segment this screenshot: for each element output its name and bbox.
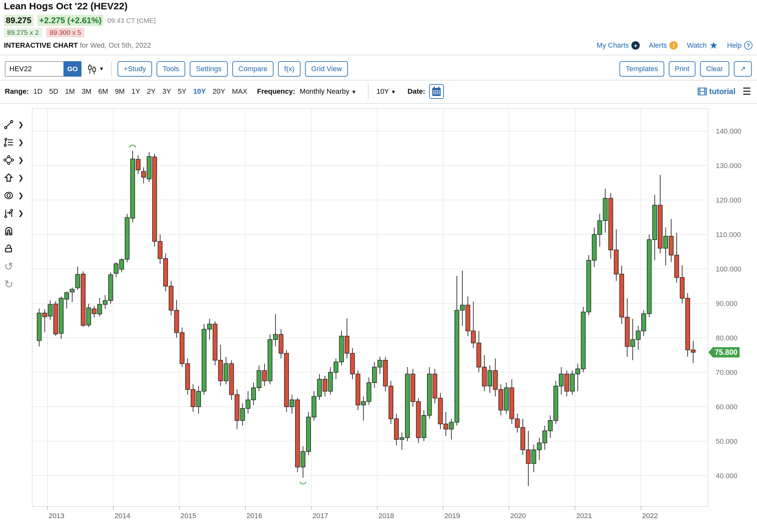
arrow-tool[interactable]: ❯: [3, 169, 24, 187]
candle[interactable]: [98, 304, 102, 314]
candle[interactable]: [273, 334, 278, 340]
candle[interactable]: [669, 236, 673, 255]
candle[interactable]: [592, 234, 596, 260]
candle[interactable]: [510, 388, 514, 419]
candle[interactable]: [317, 379, 321, 397]
candle[interactable]: [559, 374, 563, 386]
annotation-tools[interactable]: ❯: [3, 133, 24, 151]
unlock-tool[interactable]: [3, 240, 24, 257]
candle[interactable]: [625, 317, 629, 346]
candle[interactable]: [565, 374, 569, 391]
range-1d[interactable]: 1D: [34, 87, 43, 96]
candle[interactable]: [262, 371, 267, 381]
candle[interactable]: [246, 400, 250, 409]
candle[interactable]: [252, 388, 256, 399]
candle[interactable]: [103, 301, 107, 304]
candle[interactable]: [521, 427, 525, 450]
toolbar-button--[interactable]: ↗: [734, 61, 752, 77]
candle[interactable]: [285, 353, 288, 407]
candle[interactable]: [554, 386, 558, 421]
candle[interactable]: [642, 314, 646, 331]
tutorial-link[interactable]: tutorial: [698, 87, 736, 96]
undo[interactable]: ↺: [3, 257, 24, 275]
candle[interactable]: [570, 374, 574, 391]
range-5y[interactable]: 5Y: [178, 87, 187, 96]
candle[interactable]: [422, 415, 426, 438]
candle[interactable]: [532, 450, 536, 464]
candle[interactable]: [301, 452, 305, 467]
candle[interactable]: [197, 391, 201, 407]
candle[interactable]: [367, 383, 371, 401]
candle[interactable]: [647, 240, 651, 314]
candle[interactable]: [427, 374, 431, 415]
candle[interactable]: [372, 367, 377, 383]
candle[interactable]: [603, 198, 607, 221]
candle[interactable]: [290, 400, 294, 407]
toolbar-button-templates[interactable]: Templates: [620, 61, 664, 77]
candle[interactable]: [147, 157, 151, 179]
toolbar-button-f-x-[interactable]: f(x): [278, 61, 301, 77]
candle[interactable]: [169, 286, 173, 310]
candle[interactable]: [537, 443, 541, 450]
candle[interactable]: [504, 388, 508, 410]
candle[interactable]: [202, 329, 206, 391]
candle[interactable]: [323, 379, 327, 391]
candle[interactable]: [191, 390, 195, 407]
candle[interactable]: [76, 274, 80, 288]
range-5d[interactable]: 5D: [49, 87, 58, 96]
candle[interactable]: [675, 255, 679, 278]
toolbar-button-settings[interactable]: Settings: [190, 61, 228, 77]
range-1m[interactable]: 1M: [65, 87, 75, 96]
candle[interactable]: [581, 312, 585, 369]
range-1y[interactable]: 1Y: [132, 87, 140, 96]
symbol-input[interactable]: [5, 61, 63, 77]
candle[interactable]: [235, 395, 239, 421]
candle[interactable]: [680, 278, 684, 298]
candle[interactable]: [378, 360, 382, 367]
range-10y[interactable]: 10Y: [193, 87, 206, 96]
period-dropdown[interactable]: 10Y ▼: [376, 87, 396, 96]
candle[interactable]: [609, 198, 613, 250]
ellipse-tool[interactable]: ❯: [3, 187, 24, 204]
candle[interactable]: [340, 336, 344, 362]
candle[interactable]: [37, 313, 41, 341]
measure-tool[interactable]: ❯: [3, 204, 24, 222]
candle[interactable]: [482, 367, 486, 386]
candle[interactable]: [180, 333, 184, 364]
candle[interactable]: [87, 308, 91, 325]
header-link-watch[interactable]: Watch★: [687, 41, 718, 50]
candle[interactable]: [466, 305, 470, 331]
candle[interactable]: [119, 259, 124, 269]
candle[interactable]: [652, 205, 657, 240]
candle[interactable]: [48, 304, 52, 316]
candle[interactable]: [229, 364, 233, 395]
candle[interactable]: [488, 371, 492, 386]
candle[interactable]: [383, 360, 387, 386]
candle[interactable]: [439, 398, 442, 424]
range-3m[interactable]: 3M: [81, 87, 91, 96]
trendline-tool[interactable]: ❯: [3, 116, 24, 133]
candle[interactable]: [312, 397, 316, 417]
range-2y[interactable]: 2Y: [147, 87, 156, 96]
candle[interactable]: [53, 304, 58, 334]
candle[interactable]: [81, 274, 85, 325]
candle[interactable]: [334, 362, 338, 372]
header-link-my-charts[interactable]: My Charts+: [596, 41, 640, 49]
candle[interactable]: [576, 369, 580, 374]
candle[interactable]: [433, 374, 437, 398]
candle[interactable]: [394, 419, 399, 439]
candle[interactable]: [597, 221, 602, 234]
candle[interactable]: [631, 340, 635, 346]
candle[interactable]: [405, 374, 409, 438]
candle[interactable]: [636, 331, 640, 340]
candle[interactable]: [141, 171, 146, 177]
candle[interactable]: [108, 275, 113, 301]
candle[interactable]: [444, 424, 448, 429]
candle[interactable]: [499, 390, 503, 410]
candle[interactable]: [449, 422, 454, 429]
candle[interactable]: [186, 364, 190, 389]
calendar-button[interactable]: [429, 84, 444, 99]
header-link-help[interactable]: Help?: [727, 41, 752, 49]
redo[interactable]: ↻: [3, 275, 24, 293]
magnet-tool[interactable]: [3, 222, 24, 240]
